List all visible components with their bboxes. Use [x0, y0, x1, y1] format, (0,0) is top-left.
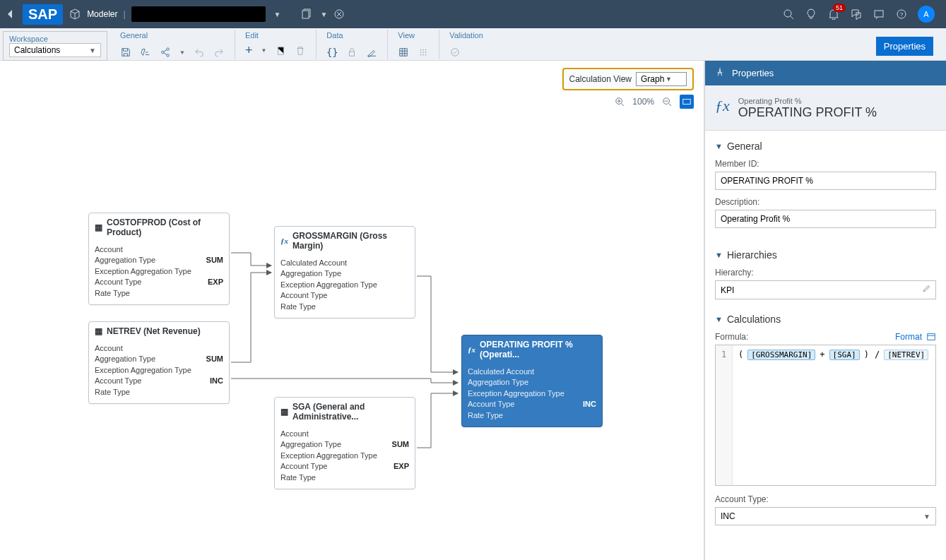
close-icon[interactable] [333, 8, 345, 20]
validate-icon[interactable] [449, 47, 461, 58]
group-data: Data [326, 30, 377, 40]
dots-icon[interactable] [418, 47, 429, 58]
share-icon[interactable] [160, 47, 171, 58]
delete-icon[interactable] [295, 45, 306, 56]
fit-screen-icon[interactable] [680, 95, 694, 109]
svg-rect-3 [875, 11, 883, 17]
fx-icon: ƒx [468, 345, 475, 354]
redo-icon[interactable] [213, 47, 225, 58]
zoom-out-icon[interactable] [660, 95, 674, 109]
chevron-down-icon: ▼ [89, 47, 96, 54]
modeler-cube-icon[interactable] [69, 8, 81, 20]
svg-point-6 [167, 48, 170, 51]
account-type-label: Account Type: [715, 494, 936, 504]
hierarchy-label: Hierarchy: [715, 268, 936, 278]
svg-point-15 [422, 52, 424, 53]
copy-icon[interactable] [300, 8, 312, 20]
undo-icon[interactable] [194, 47, 205, 58]
node-operating-profit[interactable]: ƒx OPERATING PROFIT % (Operati... Calcul… [461, 335, 603, 427]
add-icon[interactable]: + [245, 43, 253, 58]
help-icon[interactable]: ? [895, 8, 908, 20]
node-grossmargin[interactable]: ƒx GROSSMARGIN (Gross Margin) Calculated… [274, 226, 415, 318]
node-costofprod[interactable]: ▦ COSTOFPROD (Cost of Product) Account A… [88, 213, 230, 305]
svg-rect-23 [683, 100, 691, 105]
table-icon: ▦ [95, 222, 102, 232]
save-icon[interactable] [120, 47, 131, 58]
fx-icon: ƒx [715, 97, 730, 115]
chevron-down-icon[interactable]: ▼ [274, 11, 281, 18]
topbar: SAP Modeler | ▼ ▼ 51 ? A [0, 0, 946, 28]
formula-editor[interactable]: 1 ( [GROSSMARGIN] + [SGA] ) / [NETREV] [715, 345, 936, 486]
properties-title: OPERATING PROFIT % [738, 105, 877, 120]
notification-badge: 51 [833, 4, 846, 12]
feedback-icon[interactable] [873, 8, 885, 20]
calculation-view-select[interactable]: Graph ▼ [636, 72, 687, 86]
account-type-select[interactable]: INC ▼ [715, 507, 936, 525]
svg-point-2 [784, 10, 791, 17]
properties-subtitle: Operating Profit % [738, 97, 877, 105]
svg-rect-0 [302, 11, 309, 18]
member-id-input[interactable] [715, 172, 936, 190]
avatar[interactable]: A [918, 6, 935, 23]
table-icon: ▦ [95, 326, 102, 336]
description-input[interactable] [715, 210, 936, 228]
properties-button[interactable]: Properties [876, 37, 933, 56]
svg-point-13 [425, 49, 427, 51]
edit-icon[interactable] [922, 285, 930, 295]
fx-icon: ƒx [280, 237, 288, 245]
section-hierarchies-toggle[interactable]: ▼Hierarchies [715, 249, 936, 261]
grid-icon[interactable] [398, 47, 409, 58]
zoom-in-icon[interactable] [613, 95, 627, 109]
canvas[interactable]: Calculation View Graph ▼ 100% ▦ COSTOFPR… [0, 61, 704, 560]
format-link[interactable]: Format [895, 332, 936, 342]
group-edit: Edit [245, 30, 306, 40]
svg-point-12 [422, 49, 424, 51]
search-icon[interactable] [782, 8, 795, 20]
group-general: General [120, 30, 225, 40]
properties-panel: Properties ƒx Operating Profit % OPERATI… [704, 61, 946, 560]
back-icon[interactable] [4, 8, 17, 20]
lock-icon[interactable] [346, 47, 357, 58]
preferences-icon[interactable] [140, 47, 151, 58]
main: Calculation View Graph ▼ 100% ▦ COSTOFPR… [0, 61, 946, 560]
formula-token[interactable]: [SGA] [829, 350, 860, 360]
svg-rect-24 [928, 334, 935, 340]
formula-token[interactable]: [GROSSMARGIN] [747, 350, 815, 360]
chevron-down-icon: ▼ [666, 76, 672, 83]
node-netrev[interactable]: ▦ NETREV (Net Revenue) Account Aggregati… [88, 321, 230, 404]
properties-header: ƒx Operating Profit % OPERATING PROFIT % [705, 85, 946, 131]
svg-text:?: ? [900, 11, 904, 18]
workspace-select[interactable]: Calculations ▼ [9, 43, 101, 57]
svg-point-20 [451, 49, 459, 56]
model-name-redacted[interactable] [131, 6, 266, 22]
description-label: Description: [715, 197, 936, 207]
formula-token[interactable]: [NETREV] [884, 350, 928, 360]
svg-point-14 [420, 52, 422, 53]
svg-point-8 [167, 54, 170, 57]
compass-icon [715, 67, 725, 79]
braces-icon[interactable]: {} [326, 47, 338, 58]
toolbar: Workspace Calculations ▼ General ▼ Edit … [0, 28, 946, 61]
duplicate-icon[interactable] [275, 45, 286, 56]
chat-icon[interactable] [850, 8, 863, 20]
table-icon: ▦ [280, 407, 288, 417]
workspace-label: Workspace [9, 33, 101, 43]
member-id-label: Member ID: [715, 159, 936, 169]
zoom-bar: 100% [613, 95, 694, 109]
svg-point-7 [162, 51, 165, 54]
chevron-down-icon: ▼ [715, 315, 723, 323]
formula-label: Formula: [715, 332, 748, 342]
highlight-icon[interactable] [366, 47, 377, 58]
calculation-view-bar: Calculation View Graph ▼ [562, 68, 694, 90]
svg-point-11 [420, 49, 422, 51]
hierarchy-input[interactable]: KPI [715, 280, 936, 299]
group-validation: Validation [449, 30, 483, 40]
svg-point-18 [422, 54, 424, 56]
section-general-toggle[interactable]: ▼General [715, 141, 936, 152]
section-calculations-toggle[interactable]: ▼Calculations [715, 314, 936, 325]
notifications-icon[interactable]: 51 [827, 8, 840, 20]
node-sga[interactable]: ▦ SGA (General and Administrative... Acc… [274, 397, 415, 489]
zoom-level: 100% [632, 97, 654, 107]
chevron-down-icon[interactable]: ▼ [321, 11, 328, 18]
bulb-icon[interactable] [805, 8, 817, 20]
